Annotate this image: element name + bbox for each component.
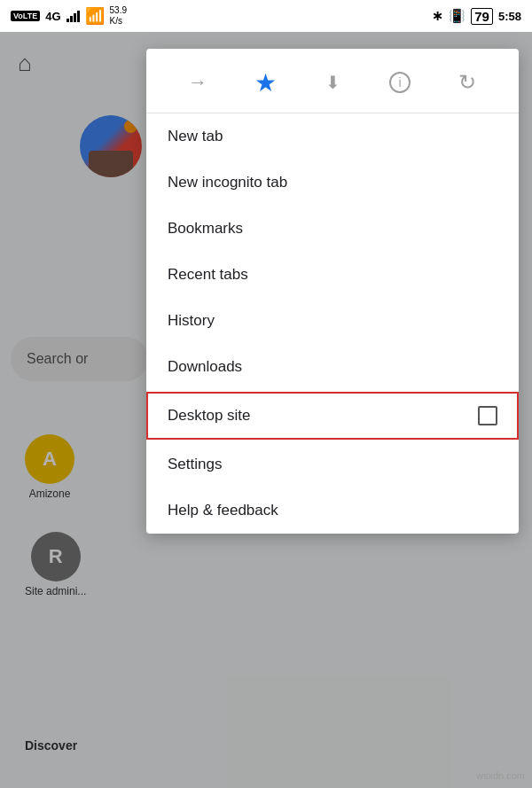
download-button[interactable]: ⬇ [313,63,352,102]
wifi-icon: 📶 [85,6,105,26]
info-button[interactable]: i [380,63,419,102]
bookmark-button[interactable]: ★ [246,63,285,102]
menu-item-settings-label: Settings [168,456,222,473]
menu-item-new-tab-label: New tab [168,128,223,145]
menu-item-history-label: History [168,312,215,330]
bluetooth-icon: ∗ [432,8,443,24]
menu-item-downloads[interactable]: Downloads [146,344,519,390]
menu-items-container: New tab New incognito tab Bookmarks Rece… [146,113,519,534]
menu-item-history[interactable]: History [146,298,519,344]
signal-bars [66,10,80,22]
toolbar-row: → ★ ⬇ i ↻ [146,49,519,113]
menu-item-help-feedback[interactable]: Help & feedback [146,488,519,534]
forward-button[interactable]: → [178,63,217,102]
menu-item-new-incognito-tab-label: New incognito tab [168,174,287,191]
download-icon: ⬇ [325,72,340,93]
dropdown-menu: → ★ ⬇ i ↻ New tab New incognito tab Book… [146,49,519,534]
menu-item-settings[interactable]: Settings [146,441,519,488]
status-right: ∗ 📳 79 5:58 [432,8,521,25]
menu-item-desktop-site[interactable]: Desktop site [146,392,519,440]
forward-icon: → [188,71,207,94]
watermark: wsxdn.com [476,770,525,781]
time: 5:58 [498,10,521,23]
refresh-icon: ↻ [458,70,476,95]
status-left: VoLTE 4G 📶 53.9K/s [11,5,127,27]
desktop-site-checkbox[interactable] [478,406,497,425]
battery-icon: 79 [471,8,493,25]
menu-item-downloads-label: Downloads [168,358,242,376]
speed-text: 53.9K/s [110,5,127,27]
info-icon: i [389,72,411,93]
signal-4g: 4G [45,10,60,23]
menu-item-bookmarks-label: Bookmarks [168,220,243,238]
menu-item-bookmarks[interactable]: Bookmarks [146,206,519,252]
menu-item-recent-tabs-label: Recent tabs [168,266,248,284]
volte-badge: VoLTE [11,11,40,21]
vibrate-icon: 📳 [449,8,466,24]
menu-item-new-incognito-tab[interactable]: New incognito tab [146,160,519,206]
menu-item-new-tab[interactable]: New tab [146,113,519,160]
refresh-button[interactable]: ↻ [448,63,487,102]
star-icon: ★ [254,68,277,98]
menu-item-desktop-site-label: Desktop site [168,407,251,425]
menu-item-recent-tabs[interactable]: Recent tabs [146,252,519,298]
status-bar: VoLTE 4G 📶 53.9K/s ∗ 📳 79 5:58 [0,0,532,32]
menu-item-help-feedback-label: Help & feedback [168,502,278,519]
